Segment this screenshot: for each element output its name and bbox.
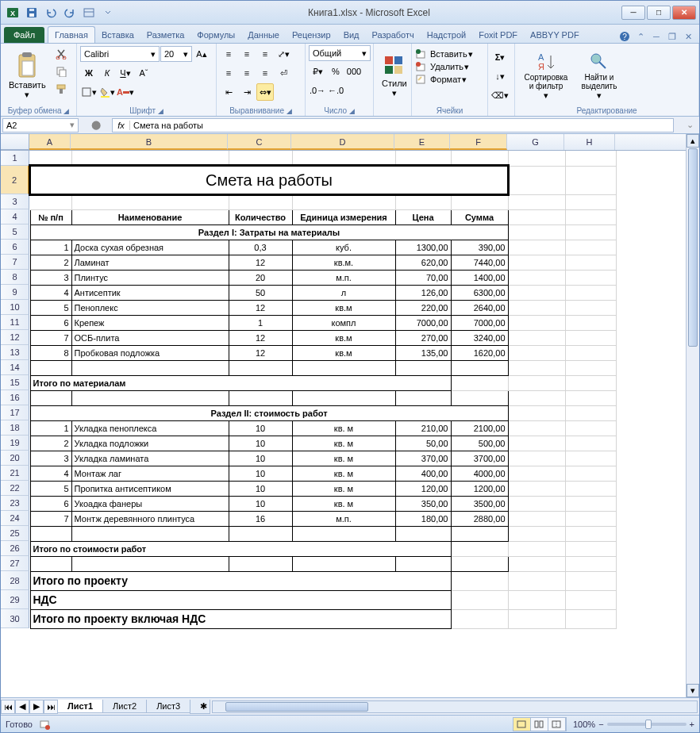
save-button[interactable] [23,4,40,21]
row-header-12[interactable]: 12 [1,330,29,345]
tab-insert[interactable]: Вставка [95,27,140,43]
merge-button[interactable]: ⇔▾ [256,83,274,101]
row-header-26[interactable]: 26 [1,541,29,556]
row-header-25[interactable]: 25 [1,526,29,541]
align-middle-button[interactable]: ≡ [238,45,256,63]
font-color-button[interactable]: A▾ [117,83,134,101]
row-header-23[interactable]: 23 [1,496,29,511]
formula-input[interactable]: Смета на работы [130,121,673,130]
wrap-text-button[interactable]: ⏎ [275,64,292,82]
row-header-18[interactable]: 18 [1,420,29,436]
col-header-H[interactable]: H [564,134,615,150]
mdi-minimize-button[interactable]: ─ [650,30,663,43]
row-header-11[interactable]: 11 [1,315,29,330]
scroll-down-button[interactable]: ▾ [687,684,699,697]
qat-more-button[interactable] [99,4,117,21]
tab-formulas[interactable]: Формулы [190,27,241,43]
new-sheet-button[interactable]: ✱ [190,700,210,714]
row-header-13[interactable]: 13 [1,345,29,360]
fill-button[interactable]: ↓▾ [491,67,509,85]
underline-button[interactable]: Ч▾ [117,64,134,82]
row-header-28[interactable]: 28 [1,571,29,590]
pagelayout-view-button[interactable] [531,718,548,731]
normal-view-button[interactable] [513,718,531,731]
row-header-20[interactable]: 20 [1,451,29,466]
fx-button[interactable]: fx [113,121,130,130]
zoom-in-button[interactable]: + [690,720,694,729]
zoom-out-button[interactable]: − [598,720,603,729]
row-header-24[interactable]: 24 [1,511,29,526]
fill-color-button[interactable]: ▾ [98,83,116,101]
cut-button[interactable] [52,45,70,63]
clipboard-launcher[interactable]: ◢ [63,107,69,115]
font-name-combo[interactable]: Calibri▾ [80,46,160,62]
qat-form-button[interactable] [80,4,98,21]
delete-cells-button[interactable]: Удалить▾ [415,61,484,72]
align-bottom-button[interactable]: ≡ [256,45,274,63]
autosum-button[interactable]: Σ▾ [491,48,509,66]
col-header-D[interactable]: D [291,134,394,150]
minimize-button[interactable]: ─ [621,6,645,20]
tab-addins[interactable]: Надстрой [421,27,472,43]
align-center-button[interactable]: ≡ [238,64,256,82]
row-header-16[interactable]: 16 [1,390,29,405]
decrease-decimal-button[interactable]: ←.0 [327,82,344,99]
clear-button[interactable]: ⌫▾ [491,86,509,104]
align-left-button[interactable]: ≡ [220,64,237,82]
font-launcher[interactable]: ◢ [158,107,163,115]
tab-dev[interactable]: Разработч [366,27,421,43]
col-header-F[interactable]: F [450,134,507,150]
align-launcher[interactable]: ◢ [287,107,292,115]
row-header-19[interactable]: 19 [1,436,29,451]
zoom-level[interactable]: 100% [573,720,595,729]
row-header-14[interactable]: 14 [1,360,29,375]
pagebreak-view-button[interactable] [548,718,566,731]
copy-button[interactable] [52,63,70,80]
styles-button[interactable]: Стили▾ [377,45,412,106]
orientation-button[interactable]: ⤢▾ [275,45,292,63]
borders-button[interactable]: ▾ [80,83,98,101]
redo-button[interactable] [61,4,79,21]
row-header-10[interactable]: 10 [1,300,29,315]
row-header-2[interactable]: 2 [1,166,29,194]
row-header-3[interactable]: 3 [1,194,29,209]
number-format-combo[interactable]: Общий▾ [309,45,371,61]
excel-icon[interactable]: X [4,4,21,21]
grow-font-button[interactable]: A▴ [193,45,210,63]
maximize-button[interactable]: □ [647,6,671,20]
sort-filter-button[interactable]: АЯ Сортировка и фильтр▾ [518,45,574,106]
sheet-tab-3[interactable]: Лист3 [146,700,190,713]
number-launcher[interactable]: ◢ [349,107,355,115]
find-select-button[interactable]: Найти и выделить▾ [575,45,623,106]
insert-cells-button[interactable]: Вставить▾ [415,48,484,59]
row-header-21[interactable]: 21 [1,466,29,481]
tab-review[interactable]: Рецензир [286,27,337,43]
vscroll-thumb[interactable] [688,148,698,347]
increase-decimal-button[interactable]: .0→ [309,82,326,99]
name-box[interactable]: A2▾ [2,118,79,132]
row-header-4[interactable]: 4 [1,209,29,225]
sheet-tab-2[interactable]: Лист2 [102,700,147,713]
row-header-30[interactable]: 30 [1,609,29,628]
tab-last-button[interactable]: ⏭ [44,700,58,714]
comma-button[interactable]: 000 [345,63,363,80]
hscroll-thumb[interactable] [225,702,368,712]
macro-record-icon[interactable] [39,719,50,730]
align-top-button[interactable]: ≡ [220,45,237,63]
vertical-scrollbar[interactable]: ▴ ▾ [686,134,699,697]
tab-foxit[interactable]: Foxit PDF [472,27,524,43]
row-header-9[interactable]: 9 [1,285,29,300]
tab-data[interactable]: Данные [241,27,286,43]
row-header-17[interactable]: 17 [1,405,29,420]
tab-first-button[interactable]: ⏮ [1,700,15,714]
row-header-22[interactable]: 22 [1,481,29,496]
tab-home[interactable]: Главная [48,26,95,43]
increase-indent-button[interactable]: ⇥ [238,83,256,101]
col-header-B[interactable]: B [71,134,228,150]
ribbon-minimize-button[interactable]: ⌃ [634,30,647,43]
font-size-combo[interactable]: 20▾ [160,46,192,62]
mdi-close-button[interactable]: ✕ [682,30,694,43]
tab-abbyy[interactable]: ABBYY PDF [524,27,586,43]
undo-button[interactable] [42,4,60,21]
paste-button[interactable]: Вставить ▾ [4,45,51,106]
